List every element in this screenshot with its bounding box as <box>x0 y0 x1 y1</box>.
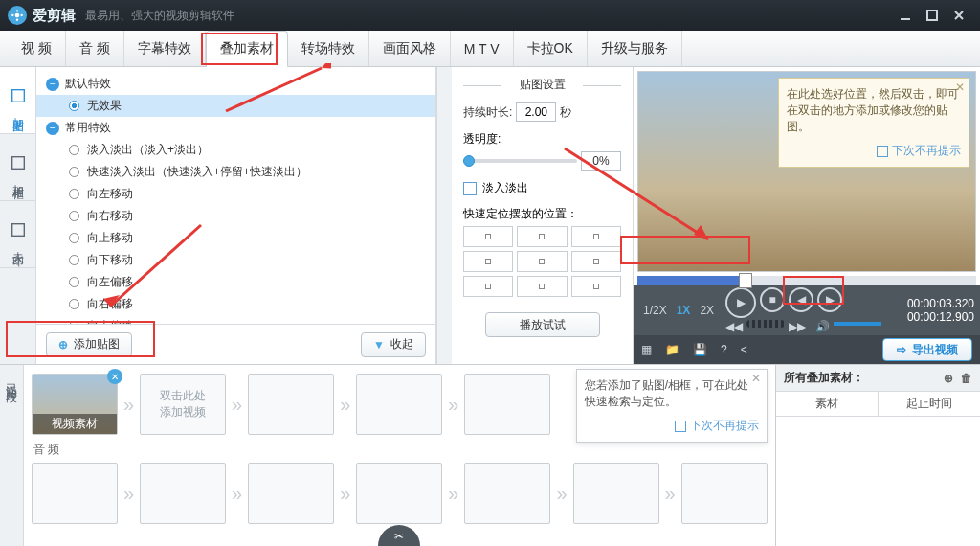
tab-4[interactable]: 转场特效 <box>288 31 369 66</box>
share-icon[interactable]: < <box>741 343 747 356</box>
rewind-button[interactable]: ◀◀ <box>725 320 743 333</box>
forward-button[interactable]: ▶▶ <box>789 320 806 333</box>
empty-slot[interactable] <box>248 374 334 435</box>
effects-scrollbar[interactable] <box>436 67 452 364</box>
effect-group[interactable]: −常用特效 <box>36 117 435 139</box>
collapse-icon: − <box>46 122 59 135</box>
tab-8[interactable]: 升级与服务 <box>588 31 682 66</box>
effect-item[interactable]: 无效果 <box>36 95 435 117</box>
radio-icon <box>69 233 79 243</box>
export-icon: ⇨ <box>897 343 906 356</box>
effect-item[interactable]: 淡入淡出（淡入+淡出） <box>36 139 435 161</box>
close-button[interactable] <box>946 2 972 29</box>
clip-delete-icon[interactable]: ✕ <box>107 369 122 384</box>
pos-tr[interactable] <box>571 226 621 247</box>
position-grid <box>463 226 621 297</box>
arrow-icon: » <box>340 483 350 505</box>
effect-item[interactable]: 向下移动 <box>36 249 435 271</box>
tab-2[interactable]: 字幕特效 <box>124 31 206 66</box>
speed-1/2X[interactable]: 1/2X <box>639 302 671 319</box>
timeline-progress[interactable] <box>637 276 976 285</box>
tip-dont-show-checkbox[interactable]: 下次不再提示 <box>787 143 961 159</box>
stop-button[interactable]: ■ <box>760 287 785 312</box>
playback-controls: 1/2X1X2X ▶ ■ ◀ ▶ ◀◀ ▶▶ 🔊 00:00:03.320 <box>634 285 980 335</box>
effect-item[interactable]: 向左偏移 <box>36 271 435 293</box>
pos-bl[interactable] <box>463 276 513 297</box>
export-video-button[interactable]: ⇨ 导出视频 <box>882 338 972 361</box>
pos-tl[interactable] <box>463 226 513 247</box>
opacity-slider[interactable] <box>463 159 577 163</box>
tab-1[interactable]: 音 频 <box>66 31 124 66</box>
audio-slot[interactable] <box>248 463 334 524</box>
add-sticker-button[interactable]: ⊕ 添加贴图 <box>46 332 132 357</box>
locate-icon[interactable]: ⊕ <box>944 372 953 385</box>
pos-mc[interactable] <box>517 251 567 272</box>
app-name: 爱剪辑 <box>33 7 76 25</box>
play-test-button[interactable]: 播放试试 <box>485 312 600 337</box>
audio-slot[interactable] <box>464 463 550 524</box>
fade-checkbox[interactable]: 淡入淡出 <box>463 180 621 196</box>
video-clip[interactable]: ✕ 视频素材 <box>32 374 118 435</box>
audio-slot[interactable] <box>356 463 442 524</box>
sidebar-watermark[interactable]: 去水印 <box>0 201 35 268</box>
minimize-button[interactable] <box>892 2 919 29</box>
effect-item[interactable]: 向左移动 <box>36 183 435 205</box>
tab-0[interactable]: 视 频 <box>8 31 66 66</box>
speed-1X[interactable]: 1X <box>673 302 695 319</box>
volume-slider[interactable] <box>834 322 881 326</box>
collapse-button[interactable]: ▼ 收起 <box>361 332 426 357</box>
new-icon[interactable]: ▦ <box>641 343 652 356</box>
preview-video[interactable]: ✕ 在此处选好位置，然后双击，即可在双击的地方添加或修改您的贴图。 下次不再提示 <box>637 71 976 272</box>
pos-ml[interactable] <box>463 251 513 272</box>
audio-slot[interactable] <box>140 463 226 524</box>
jog-wheel[interactable] <box>746 320 785 328</box>
pos-tc[interactable] <box>517 226 567 247</box>
effect-item[interactable]: 向右偏移 <box>36 293 435 315</box>
svg-point-1 <box>16 10 18 11</box>
overlay-panel-title: 所有叠加素材： <box>784 370 864 386</box>
audio-slot[interactable] <box>681 463 768 524</box>
sidebar-sticker[interactable]: 加贴图 <box>0 67 35 134</box>
audio-row-label: 音 频 <box>33 442 768 458</box>
effect-item[interactable]: 向上移动 <box>36 227 435 249</box>
effects-list[interactable]: −默认特效无效果−常用特效淡入淡出（淡入+淡出）快速淡入淡出（快速淡入+停留+快… <box>36 67 435 324</box>
delete-icon[interactable]: 🗑 <box>961 372 972 385</box>
add-video-slot[interactable]: 双击此处 添加视频 <box>140 374 226 435</box>
pos-bc[interactable] <box>517 276 567 297</box>
collapse-icon: ▼ <box>373 338 385 352</box>
save-icon[interactable]: 💾 <box>693 343 707 356</box>
audio-slot[interactable] <box>573 463 659 524</box>
titlebar: 爱剪辑 最易用、强大的视频剪辑软件 <box>0 0 980 31</box>
pos-br[interactable] <box>571 276 621 297</box>
tab-6[interactable]: M T V <box>451 31 514 66</box>
scissor-button[interactable]: ✂ <box>378 525 420 546</box>
effect-item[interactable]: 向右移动 <box>36 205 435 227</box>
empty-slot[interactable] <box>464 374 550 435</box>
tip-close-icon[interactable]: ✕ <box>955 80 965 94</box>
tab-5[interactable]: 画面风格 <box>369 31 451 66</box>
tip-close-icon[interactable]: ✕ <box>751 372 761 385</box>
pos-mr[interactable] <box>571 251 621 272</box>
audio-slot[interactable] <box>32 463 118 524</box>
tip-dont-show-checkbox[interactable]: 下次不再提示 <box>585 418 759 434</box>
progress-handle[interactable] <box>739 273 752 288</box>
play-button[interactable]: ▶ <box>725 287 756 318</box>
arrow-icon: » <box>448 483 458 505</box>
app-slogan: 最易用、强大的视频剪辑软件 <box>85 8 234 24</box>
effect-group[interactable]: −默认特效 <box>36 73 435 95</box>
open-icon[interactable]: 📁 <box>665 343 679 356</box>
tab-7[interactable]: 卡拉OK <box>514 31 588 66</box>
duration-input[interactable] <box>516 102 556 122</box>
tab-3[interactable]: 叠加素材 <box>206 31 288 67</box>
effect-item[interactable]: 快速淡入淡出（快速淡入+停留+快速淡出） <box>36 161 435 183</box>
next-frame-button[interactable]: ▶ <box>817 287 842 312</box>
help-icon[interactable]: ? <box>721 343 727 356</box>
volume-icon[interactable]: 🔊 <box>815 320 830 333</box>
empty-slot[interactable] <box>356 374 442 435</box>
prev-frame-button[interactable]: ◀ <box>789 287 813 312</box>
added-clips-label: 已添加片段 <box>0 365 24 546</box>
speed-2X[interactable]: 2X <box>696 302 718 319</box>
effect-item[interactable]: 向上偏移 <box>36 315 435 324</box>
maximize-button[interactable] <box>919 2 946 29</box>
sidebar-frame[interactable]: 加相框 <box>0 134 35 201</box>
